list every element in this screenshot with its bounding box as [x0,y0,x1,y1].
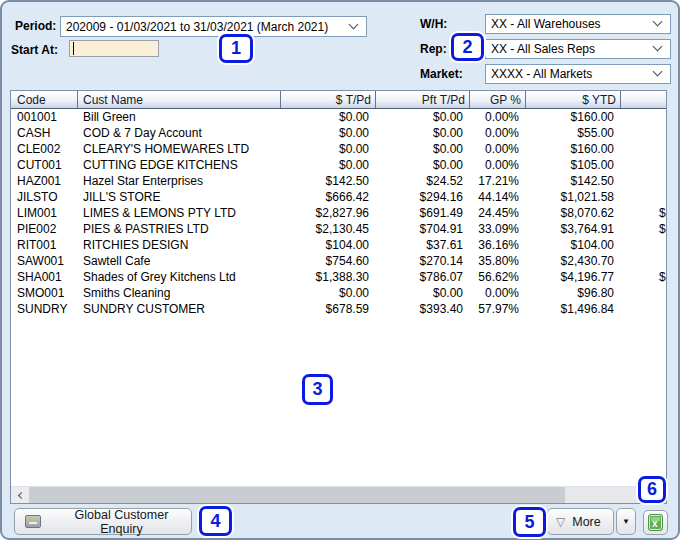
table-cell: $393.40 [376,302,470,316]
table-cell: SUNDRY CUSTOMER [78,302,281,316]
column-header[interactable] [621,91,666,108]
table-cell: 44.14% [470,190,526,204]
table-cell: $0.00 [376,286,470,300]
table-cell: 56.62% [470,270,526,284]
table-cell: 57.97% [470,302,526,316]
table-cell: 0.00% [470,126,526,140]
table-cell: RITCHIES DESIGN [78,238,281,252]
table-cell: $0.00 [281,126,376,140]
table-cell: $0.00 [281,142,376,156]
chevron-down-icon [653,17,663,27]
table-cell: $1,388.30 [281,270,376,284]
table-cell: $754.60 [281,254,376,268]
table-cell: $0.00 [281,110,376,124]
table-cell: 24.45% [470,206,526,220]
table-row[interactable]: CASHCOD & 7 Day Account$0.00$0.000.00%$5… [11,125,666,141]
table-cell: $2 [621,206,666,220]
table-cell: SUNDRY [11,302,78,316]
table-cell: Smiths Cleaning [78,286,281,300]
table-row[interactable]: RIT001RITCHIES DESIGN$104.00$37.6136.16%… [11,237,666,253]
table-cell: $1,021.58 [526,190,621,204]
scrollbar-thumb[interactable] [29,487,565,504]
table-cell: 0.00% [470,286,526,300]
callout-4: 4 [199,506,232,536]
customer-table: CodeCust Name$ T/PdPft T/PdGP %$ YTD 001… [10,90,667,504]
table-cell: $104.00 [281,238,376,252]
table-header: CodeCust Name$ T/PdPft T/PdGP %$ YTD [11,91,666,109]
callout-1: 1 [219,34,253,63]
table-cell: Hazel Star Enterprises [78,174,281,188]
table-row[interactable]: SUNDRYSUNDRY CUSTOMER$678.59$393.4057.97… [11,301,666,317]
table-cell: 001001 [11,110,78,124]
global-customer-enquiry-button[interactable]: Global Customer Enquiry [14,508,192,535]
column-header[interactable]: $ T/Pd [281,91,376,108]
table-cell: LIMES & LEMONS PTY LTD [78,206,281,220]
table-cell: LIM001 [11,206,78,220]
column-header[interactable]: Pft T/Pd [376,91,470,108]
rep-select[interactable]: XX - All Sales Reps [485,39,671,59]
table-cell: $0.00 [376,142,470,156]
table-cell: RIT001 [11,238,78,252]
table-row[interactable]: PIE002PIES & PASTRIES LTD$2,130.45$704.9… [11,221,666,237]
period-value: 202009 - 01/03/2021 to 31/03/2021 (March… [66,20,328,34]
table-row[interactable]: 001001Bill Green$0.00$0.000.00%$160.00 [11,109,666,125]
warehouse-value: XX - All Warehouses [491,17,601,31]
table-cell: $3,764.91 [526,222,621,236]
excel-icon: x [648,514,663,531]
table-cell: $0.00 [281,158,376,172]
text-caret [73,42,74,55]
horizontal-scrollbar[interactable] [11,486,666,503]
enquiry-button-label: Global Customer Enquiry [52,508,191,536]
more-button-label: More [572,515,600,529]
market-value: XXXX - All Markets [491,67,592,81]
table-cell: PIE002 [11,222,78,236]
period-select[interactable]: 202009 - 01/03/2021 to 31/03/2021 (March… [60,16,367,37]
table-cell: $24.52 [376,174,470,188]
table-row[interactable]: LIM001LIMES & LEMONS PTY LTD$2,827.96$69… [11,205,666,221]
table-cell: SMO001 [11,286,78,300]
market-label: Market: [420,67,463,81]
triangle-down-icon: ▽ [556,516,565,528]
table-row[interactable]: CLE002CLEARY'S HOMEWARES LTD$0.00$0.000.… [11,141,666,157]
chevron-down-icon [653,42,663,52]
callout-2: 2 [451,33,484,61]
more-button[interactable]: ▽ More [547,508,614,535]
table-row[interactable]: SMO001Smiths Cleaning$0.00$0.000.00%$96.… [11,285,666,301]
table-cell: CUTTING EDGE KITCHENS [78,158,281,172]
table-cell: Sawtell Cafe [78,254,281,268]
table-cell: $0.00 [376,126,470,140]
start-at-input[interactable] [69,40,159,57]
table-row[interactable]: CUT001CUTTING EDGE KITCHENS$0.00$0.000.0… [11,157,666,173]
column-header[interactable]: Code [11,91,78,108]
table-row[interactable]: JILSTOJILL'S STORE$666.42$294.1644.14%$1… [11,189,666,205]
scroll-left-button[interactable] [11,487,29,504]
table-row[interactable]: SAW001Sawtell Cafe$754.60$270.1435.80%$2… [11,253,666,269]
table-cell: $37.61 [376,238,470,252]
table-cell: $294.16 [376,190,470,204]
enquiry-panel: Period: 202009 - 01/03/2021 to 31/03/202… [0,0,680,540]
table-cell: $4,196.77 [526,270,621,284]
table-cell: $105.00 [526,158,621,172]
caret-down-icon: ▼ [622,518,630,526]
table-cell: 17.21% [470,174,526,188]
table-cell: $1,496.84 [526,302,621,316]
export-excel-button[interactable]: x [643,510,668,535]
table-cell: $786.07 [376,270,470,284]
more-dropdown-button[interactable]: ▼ [616,508,636,535]
table-cell: $0.00 [376,110,470,124]
table-cell: 0.00% [470,158,526,172]
table-row[interactable]: SHA001Shades of Grey Kitchens Ltd$1,388.… [11,269,666,285]
market-select[interactable]: XXXX - All Markets [485,64,671,84]
table-cell: CLE002 [11,142,78,156]
column-header[interactable]: GP % [470,91,526,108]
drawer-icon [25,515,41,528]
table-cell: $1 [621,270,666,284]
table-cell: $104.00 [526,238,621,252]
column-header[interactable]: $ YTD [526,91,621,108]
table-cell: CUT001 [11,158,78,172]
column-header[interactable]: Cust Name [78,91,281,108]
warehouse-select[interactable]: XX - All Warehouses [485,14,671,34]
table-cell: $270.14 [376,254,470,268]
table-row[interactable]: HAZ001Hazel Star Enterprises$142.50$24.5… [11,173,666,189]
chevron-down-icon [349,19,359,29]
